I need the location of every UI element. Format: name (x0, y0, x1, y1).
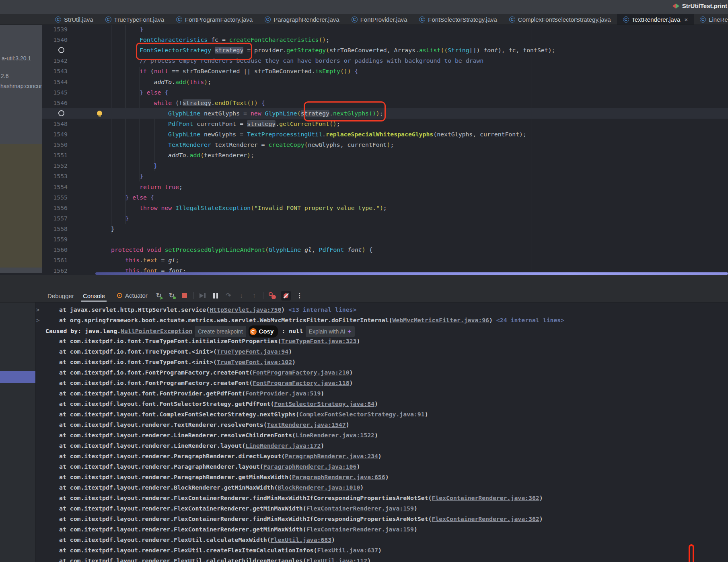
source-link[interactable]: FlexUtil.java:112 (306, 557, 367, 562)
stop-icon[interactable] (181, 292, 189, 300)
step-out-icon[interactable]: ↑ (250, 292, 258, 300)
tab-complexfontselectorstrategy-java[interactable]: CComplexFontSelectorStrategy.java (503, 14, 617, 25)
line-number[interactable]: 1544 (42, 77, 68, 87)
source-link[interactable]: ParagraphRenderer.java:234 (285, 453, 378, 459)
rerun-debug-icon[interactable] (168, 292, 176, 300)
line-number[interactable]: 1562 (42, 266, 68, 275)
create-breakpoint-inlay[interactable]: Create breakpoint (195, 326, 246, 337)
resume-icon[interactable] (199, 292, 207, 300)
line-number[interactable]: 1539 (42, 25, 68, 35)
line-number[interactable]: 1540 (42, 35, 68, 45)
source-link[interactable]: FlexContainerRenderer.java:362 (432, 515, 539, 522)
tab-truetypefont-java[interactable]: CTrueTypeFont.java (99, 14, 171, 25)
code-line[interactable]: 1546while (!strategy.endOfText()) { (42, 98, 728, 108)
source-link[interactable]: ParagraphRenderer.java:656 (292, 473, 385, 480)
line-number[interactable]: 1542 (42, 56, 68, 66)
code-line[interactable]: 1561this.text = gl; (42, 255, 728, 266)
code-line[interactable]: 1552} (42, 161, 728, 171)
source-link[interactable]: HttpServlet.java:750 (210, 306, 281, 313)
line-number[interactable]: 1560 (42, 245, 68, 255)
line-number[interactable]: 1545 (42, 87, 68, 98)
source-link[interactable]: LineRenderer.java:172 (245, 442, 321, 449)
actuator-tab[interactable]: Actuator (117, 292, 148, 299)
source-link[interactable]: FlexContainerRenderer.java:362 (432, 494, 539, 501)
breakpoint-icon[interactable] (58, 110, 64, 116)
line-number[interactable]: 1553 (42, 171, 68, 181)
source-link[interactable]: FlexContainerRenderer.java:159 (306, 526, 414, 533)
code-line[interactable]: 1560protected void setProcessedGlyphLine… (42, 245, 728, 255)
more-icon[interactable]: ⋮ (296, 292, 304, 300)
code-line[interactable]: 1544addTo.add(this); (42, 77, 728, 87)
tab-fontprovider-java[interactable]: CFontProvider.java (345, 14, 413, 25)
code-line[interactable]: 1545} else { (42, 87, 728, 98)
source-link[interactable]: FontProvider.java:519 (245, 390, 321, 397)
code-line[interactable]: 1549GlyphLine newGlyphs = TextPreprocess… (42, 129, 728, 140)
code-line[interactable]: 1550TextRenderer textRenderer = createCo… (42, 140, 728, 150)
intention-bulb-icon[interactable] (97, 111, 102, 116)
explain-with-ai-inlay[interactable]: Explain with AI (306, 326, 355, 337)
run-configuration[interactable]: StrUtilTest.print (672, 2, 727, 9)
line-number[interactable]: 1557 (42, 213, 68, 224)
source-link[interactable]: TrueTypeFont.java:94 (217, 348, 288, 355)
debug-tab-debugger[interactable]: Debugger (46, 290, 76, 302)
code-line[interactable]: 1557} (42, 213, 728, 224)
code-line[interactable]: 1555} else { (42, 192, 728, 203)
sidebar-item[interactable]: 2.6 (1, 73, 8, 79)
line-number[interactable]: 1552 (42, 161, 68, 171)
exception-link[interactable]: NullPointerException (121, 327, 192, 334)
tab-paragraphrenderer-java[interactable]: CParagraphRenderer.java (259, 14, 345, 25)
line-number[interactable]: 1548 (42, 119, 68, 129)
line-number[interactable]: 1556 (42, 203, 68, 213)
code-line[interactable]: 1553} (42, 171, 728, 181)
line-number[interactable]: 1561 (42, 255, 68, 266)
tab-strutil-java[interactable]: CStrUtil.java (49, 14, 99, 25)
code-editor[interactable]: 1539}1540FontCharacteristics fc = create… (42, 25, 728, 275)
line-number[interactable]: 1549 (42, 129, 68, 140)
code-line[interactable]: 1542// process empty renderers because t… (42, 56, 728, 66)
line-number[interactable]: 1551 (42, 150, 68, 161)
tab-fontselectorstrategy-java[interactable]: CFontSelectorStrategy.java (413, 14, 503, 25)
line-number[interactable]: 1554 (42, 182, 68, 192)
source-link[interactable]: TrueTypeFont.java:323 (281, 338, 356, 344)
mute-breakpoints-icon[interactable] (281, 291, 291, 301)
code-line[interactable]: FontSelectorStrategy strategy = provider… (42, 45, 728, 56)
code-line[interactable]: 1548PdfFont currentFont = strategy.getCu… (42, 119, 728, 129)
source-link[interactable]: FlexContainerRenderer.java:159 (306, 505, 414, 512)
debug-tab-console[interactable]: Console (81, 290, 107, 302)
line-number[interactable]: 1558 (42, 224, 68, 234)
tab-linerenderer-java[interactable]: CLineRenderer.java (694, 14, 728, 25)
source-link[interactable]: BlockRenderer.java:1010 (278, 484, 360, 491)
line-number[interactable]: 1546 (42, 98, 68, 108)
source-link[interactable]: TextRenderer.java:1547 (267, 421, 346, 428)
source-link[interactable]: WebMvcMetricsFilter.java:96 (393, 317, 489, 323)
source-link[interactable]: FontProgramFactory.java:118 (253, 379, 350, 386)
source-link[interactable]: ComplexFontSelectorStrategy.java:91 (299, 411, 425, 418)
code-line[interactable]: 1540FontCharacteristics fc = createFontC… (42, 35, 728, 45)
source-link[interactable]: FlexUtil.java:683 (271, 536, 331, 543)
expand-chevron-icon[interactable]: > (36, 305, 39, 315)
rerun-icon[interactable] (155, 292, 163, 300)
source-link[interactable]: LineRenderer.java:1522 (296, 432, 374, 438)
step-into-icon[interactable]: ↓ (237, 292, 245, 300)
tab-textrenderer-java[interactable]: CTextRenderer.java× (617, 14, 694, 25)
step-over-icon[interactable]: ↷ (224, 292, 232, 300)
code-line[interactable]: 1559 (42, 234, 728, 245)
source-link[interactable]: ParagraphRenderer.java:106 (263, 463, 357, 470)
close-icon[interactable]: × (684, 16, 688, 23)
source-link[interactable]: FlexUtil.java:637 (317, 547, 378, 554)
line-number[interactable]: 1543 (42, 66, 68, 76)
code-line[interactable]: 1539} (42, 25, 728, 35)
tab-fontprogramfactory-java[interactable]: CFontProgramFactory.java (170, 14, 259, 25)
pause-icon[interactable] (212, 292, 220, 300)
code-line[interactable]: 1556throw new IllegalStateException("Inv… (42, 203, 728, 213)
source-link[interactable]: FontProgramFactory.java:210 (253, 369, 350, 376)
console-output[interactable]: >at javax.servlet.http.HttpServlet.servi… (0, 303, 728, 562)
sidebar-item[interactable]: hashmap:concur (0, 83, 42, 89)
code-line[interactable]: 1554return true; (42, 182, 728, 192)
code-line[interactable]: 1558} (42, 224, 728, 234)
source-link[interactable]: FontSelectorStrategy.java:84 (274, 400, 374, 407)
sidebar-item[interactable]: a-util:3.20.1 (2, 55, 31, 62)
splitter-band[interactable] (0, 275, 728, 289)
view-breakpoints-icon[interactable] (268, 292, 276, 300)
code-line[interactable]: GlyphLine nextGlyphs = new GlyphLine(str… (42, 108, 728, 119)
